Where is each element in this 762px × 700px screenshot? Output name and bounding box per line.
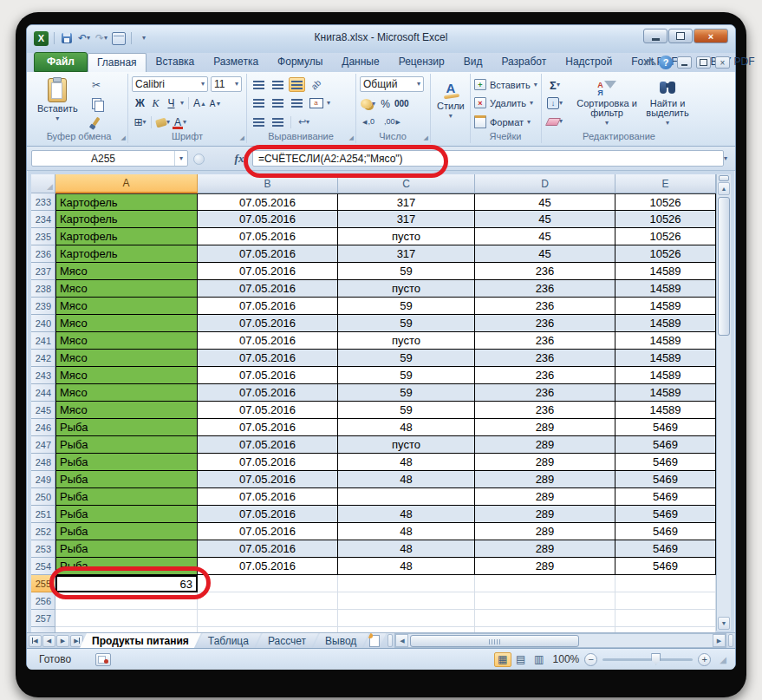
cell-E241[interactable]: 14589 xyxy=(615,332,716,350)
align-top-button[interactable] xyxy=(251,77,267,92)
cell-A233[interactable]: Картофель xyxy=(55,193,198,211)
cell-C248[interactable]: 48 xyxy=(338,454,475,471)
cell-A249[interactable]: Рыба xyxy=(55,471,198,488)
cell-E243[interactable]: 14589 xyxy=(615,367,716,384)
ribbon-tab-надстрой[interactable]: Надстрой xyxy=(556,52,622,72)
scrollbar-split-handle[interactable] xyxy=(728,634,733,647)
cell-C252[interactable]: 48 xyxy=(338,523,475,540)
merge-center-button[interactable]: a xyxy=(308,95,324,110)
cell-D233[interactable]: 45 xyxy=(475,193,615,211)
align-right-button[interactable] xyxy=(289,95,305,110)
cell-E235[interactable]: 10526 xyxy=(615,228,716,245)
percent-button[interactable]: % xyxy=(379,97,392,111)
scroll-up-button[interactable]: ▲ xyxy=(718,182,730,195)
cell-B257[interactable] xyxy=(198,610,338,627)
format-cells-button[interactable]: Формат▾ xyxy=(474,115,531,128)
thousands-button[interactable]: 000 xyxy=(394,97,409,111)
format-painter-button[interactable] xyxy=(88,114,105,129)
cell-B234[interactable]: 07.05.2016 xyxy=(198,211,338,228)
font-color-button[interactable]: А▾ xyxy=(173,115,186,129)
row-header-252[interactable]: 252 xyxy=(31,523,55,540)
cell-E251[interactable]: 5469 xyxy=(615,506,716,523)
row-header-244[interactable]: 244 xyxy=(31,384,55,402)
row-header-253[interactable]: 253 xyxy=(31,540,55,558)
cell-B252[interactable]: 07.05.2016 xyxy=(198,523,338,540)
cell-A252[interactable]: Рыба xyxy=(55,523,198,540)
decrease-indent-button[interactable] xyxy=(251,114,267,129)
cell-D257[interactable] xyxy=(475,610,615,627)
row-header-237[interactable]: 237 xyxy=(31,263,55,280)
number-format-select[interactable]: Общий▾ xyxy=(360,76,424,92)
cell-C234[interactable]: 317 xyxy=(338,211,475,228)
cell-E255[interactable] xyxy=(615,575,716,592)
ribbon-tab-главная[interactable]: Главная xyxy=(88,53,147,72)
font-size-select[interactable]: 11▾ xyxy=(211,76,242,92)
row-header-245[interactable]: 245 xyxy=(31,402,55,419)
cell-C251[interactable]: 48 xyxy=(338,506,475,523)
cell-E237[interactable]: 14589 xyxy=(615,263,716,280)
expand-formula-bar-button[interactable]: ▾ xyxy=(720,152,731,165)
row-header-241[interactable]: 241 xyxy=(31,332,55,350)
cell-A243[interactable]: Мясо xyxy=(55,367,198,384)
zoom-slider-thumb[interactable] xyxy=(651,653,661,665)
workbook-close-button[interactable]: × xyxy=(715,56,730,69)
cell-A250[interactable]: Рыба xyxy=(55,488,198,506)
row-header-247[interactable]: 247 xyxy=(31,436,55,454)
find-select-button[interactable]: Найти и выделить ▾ xyxy=(640,75,695,127)
cell-C249[interactable]: 48 xyxy=(338,471,475,488)
cell-A239[interactable]: Мясо xyxy=(55,298,198,315)
horizontal-scrollbar-thumb[interactable] xyxy=(410,635,579,647)
cell-C257[interactable] xyxy=(338,610,475,627)
clear-button[interactable]: ▾ xyxy=(546,114,563,129)
first-sheet-button[interactable]: ◀ xyxy=(29,635,42,647)
cell-B248[interactable]: 07.05.2016 xyxy=(198,454,338,471)
cell-B236[interactable]: 07.05.2016 xyxy=(198,245,338,263)
cell-D245[interactable]: 236 xyxy=(475,402,615,419)
sheet-tab-вывод[interactable]: Вывод xyxy=(313,633,368,648)
dialog-launcher-number[interactable]: ◢ xyxy=(424,134,428,141)
name-box[interactable]: A255 ▾ xyxy=(31,150,188,167)
insert-cells-button[interactable]: +Вставить▾ xyxy=(474,79,537,90)
cell-B250[interactable]: 07.05.2016 xyxy=(198,488,338,506)
row-header-234[interactable]: 234 xyxy=(31,211,55,228)
cell-D249[interactable]: 289 xyxy=(475,471,615,488)
cell-B244[interactable]: 07.05.2016 xyxy=(198,384,338,402)
cell-D252[interactable]: 289 xyxy=(475,523,615,540)
delete-cells-button[interactable]: ×Удалить▾ xyxy=(474,97,533,108)
cell-B249[interactable]: 07.05.2016 xyxy=(198,471,338,488)
scrollbar-split-handle[interactable] xyxy=(719,175,729,181)
cell-D240[interactable]: 236 xyxy=(475,315,615,332)
font-family-select[interactable]: Calibri▾ xyxy=(132,76,208,92)
tab-split-handle[interactable] xyxy=(388,634,393,647)
select-all-corner[interactable]: ◢ xyxy=(31,174,55,193)
cell-E245[interactable]: 14589 xyxy=(615,402,716,419)
column-header-D[interactable]: D xyxy=(475,174,615,193)
cell-C235[interactable]: пусто xyxy=(338,228,475,245)
normal-view-button[interactable]: ▦ xyxy=(494,652,511,667)
row-header-248[interactable]: 248 xyxy=(31,454,55,471)
cell-B245[interactable]: 07.05.2016 xyxy=(198,402,338,419)
prev-sheet-button[interactable]: ◀ xyxy=(42,635,55,647)
row-header-256[interactable]: 256 xyxy=(31,592,55,610)
close-button[interactable]: × xyxy=(694,29,728,43)
cell-A234[interactable]: Картофель xyxy=(55,211,198,228)
resize-grip[interactable]: ◢ xyxy=(720,655,726,664)
cell-B242[interactable]: 07.05.2016 xyxy=(198,350,338,367)
cell-C243[interactable]: 59 xyxy=(338,367,475,384)
page-layout-view-button[interactable]: ▤ xyxy=(512,652,530,667)
cell-E253[interactable]: 5469 xyxy=(615,540,716,558)
cell-B246[interactable]: 07.05.2016 xyxy=(198,419,338,436)
cell-C239[interactable]: 59 xyxy=(338,298,475,315)
cell-A241[interactable]: Мясо xyxy=(55,332,198,350)
sort-filter-button[interactable]: АЯ Сортировка и фильтр ▾ xyxy=(576,75,638,127)
cell-A236[interactable]: Картофель xyxy=(55,245,198,263)
increase-decimal-button[interactable]: ◀,0 xyxy=(362,117,374,126)
wrap-text-button[interactable]: ↩▾ xyxy=(296,114,312,129)
cell-C241[interactable]: пусто xyxy=(338,332,475,350)
column-header-E[interactable]: E xyxy=(615,174,716,193)
cell-D253[interactable]: 289 xyxy=(475,540,615,558)
name-box-dropdown[interactable]: ▾ xyxy=(174,151,187,166)
cell-A246[interactable]: Рыба xyxy=(55,419,198,436)
row-header-249[interactable]: 249 xyxy=(31,471,55,488)
dialog-launcher-clipboard[interactable]: ◢ xyxy=(121,134,126,141)
